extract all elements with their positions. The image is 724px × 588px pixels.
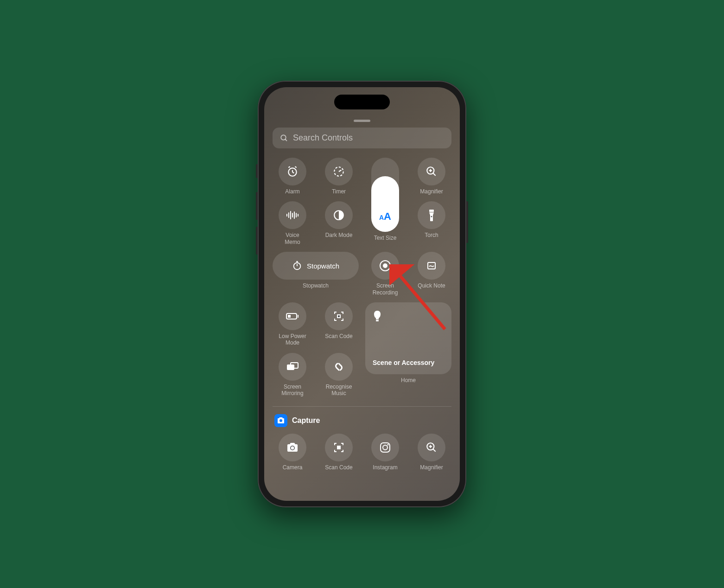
scan-code-control[interactable]: Scan Code xyxy=(319,302,359,346)
qr-icon xyxy=(333,442,344,453)
svg-rect-41 xyxy=(337,446,341,449)
low-power-label: Low Power Mode xyxy=(279,333,306,346)
voice-memo-control[interactable]: Voice Memo xyxy=(273,201,312,245)
svg-line-6 xyxy=(295,166,296,167)
instagram-icon xyxy=(379,441,391,454)
camera-control[interactable]: Camera xyxy=(273,434,312,471)
svg-point-38 xyxy=(279,419,282,422)
home-control[interactable]: Scene or Accessory Home xyxy=(365,302,451,397)
capture-section-header: Capture xyxy=(273,414,451,427)
sheet-grabber[interactable] xyxy=(354,120,370,122)
dark-mode-icon xyxy=(333,209,345,221)
stopwatch-icon xyxy=(292,261,302,271)
magnifier-icon xyxy=(426,441,438,454)
instagram-label: Instagram xyxy=(373,464,397,471)
svg-rect-32 xyxy=(288,315,291,318)
shazam-icon xyxy=(333,361,345,373)
volume-up-button xyxy=(256,192,258,220)
torch-label: Torch xyxy=(425,232,438,238)
camera-label: Camera xyxy=(283,464,303,471)
screen: Search Controls Alarm xyxy=(264,87,460,501)
svg-rect-34 xyxy=(338,315,340,317)
text-size-label: Text Size xyxy=(374,235,397,241)
magnifier-capture-label: Magnifier xyxy=(420,464,443,471)
svg-rect-35 xyxy=(376,320,379,321)
scan-code-capture-control[interactable]: Scan Code xyxy=(319,434,359,471)
magnifier-label: Magnifier xyxy=(420,188,443,195)
controls-grid: Alarm Timer AA xyxy=(273,158,451,397)
mute-switch xyxy=(256,164,258,178)
iphone-frame: Search Controls Alarm xyxy=(258,81,466,507)
recognise-music-control[interactable]: Recognise Music xyxy=(319,353,359,397)
timer-label: Timer xyxy=(332,188,346,195)
screen-recording-label: Screen Recording xyxy=(373,282,398,296)
text-size-control[interactable]: AA Text Size xyxy=(365,158,405,245)
qr-icon xyxy=(333,311,344,322)
home-label: Home xyxy=(401,377,416,383)
quick-note-control[interactable]: Quick Note xyxy=(412,252,451,296)
scan-code-label: Scan Code xyxy=(325,333,352,339)
low-power-mode-control[interactable]: Low Power Mode xyxy=(273,302,312,346)
search-input[interactable]: Search Controls xyxy=(273,128,451,148)
dark-mode-control[interactable]: Dark Mode xyxy=(319,201,359,245)
home-scene-label: Scene or Accessory xyxy=(373,358,444,367)
quick-note-label: Quick Note xyxy=(418,282,445,289)
dynamic-island xyxy=(334,95,390,109)
magnifier-icon xyxy=(426,166,438,178)
scan-code-capture-label: Scan Code xyxy=(325,464,352,471)
alarm-label: Alarm xyxy=(285,188,299,195)
svg-rect-21 xyxy=(429,210,434,212)
svg-line-46 xyxy=(433,449,435,451)
magnifier-control[interactable]: Magnifier xyxy=(412,158,451,195)
svg-line-10 xyxy=(433,173,435,175)
svg-point-43 xyxy=(383,445,387,450)
svg-point-0 xyxy=(281,135,286,140)
svg-line-1 xyxy=(285,139,287,141)
svg-rect-31 xyxy=(298,315,298,318)
screen-mirroring-control[interactable]: Screen Mirroring xyxy=(273,353,312,397)
instagram-control[interactable]: Instagram xyxy=(365,434,405,471)
timer-control[interactable]: Timer xyxy=(319,158,359,195)
stopwatch-control[interactable]: Stopwatch Stopwatch xyxy=(273,252,359,296)
recognise-music-label: Recognise Music xyxy=(326,383,352,397)
alarm-control[interactable]: Alarm xyxy=(273,158,312,195)
volume-down-button xyxy=(256,227,258,255)
svg-point-28 xyxy=(383,263,387,268)
timer-icon xyxy=(333,166,345,178)
bulb-icon xyxy=(373,310,444,323)
dark-mode-label: Dark Mode xyxy=(325,232,353,238)
svg-point-22 xyxy=(431,216,432,217)
screen-recording-control[interactable]: Screen Recording xyxy=(365,252,405,296)
control-center-customize: Search Controls Alarm xyxy=(264,87,460,501)
voice-memo-label: Voice Memo xyxy=(285,232,300,245)
svg-point-44 xyxy=(387,444,389,445)
screen-mirroring-label: Screen Mirroring xyxy=(281,383,303,397)
power-button xyxy=(466,201,468,243)
alarm-icon xyxy=(286,166,298,178)
svg-line-4 xyxy=(292,172,294,173)
camera-app-icon xyxy=(274,414,287,427)
screen-recording-icon xyxy=(379,259,392,272)
capture-grid: Camera Scan Code xyxy=(273,434,451,471)
quick-note-icon xyxy=(426,260,437,271)
battery-icon xyxy=(286,313,299,320)
magnifier-capture-control[interactable]: Magnifier xyxy=(412,434,451,471)
svg-line-8 xyxy=(339,170,341,172)
divider xyxy=(273,406,451,407)
stopwatch-label: Stopwatch xyxy=(303,282,329,289)
voice-memo-icon xyxy=(286,211,299,220)
svg-point-40 xyxy=(291,446,294,449)
capture-title: Capture xyxy=(292,416,320,425)
screen-mirroring-icon xyxy=(286,362,299,372)
stopwatch-inner-label: Stopwatch xyxy=(307,262,339,270)
search-placeholder: Search Controls xyxy=(293,133,353,143)
search-icon xyxy=(280,134,288,142)
torch-control[interactable]: Torch xyxy=(412,201,451,245)
svg-line-5 xyxy=(288,166,290,167)
camera-icon xyxy=(286,442,299,453)
text-size-icon: AA xyxy=(379,211,391,223)
torch-icon xyxy=(428,209,435,222)
